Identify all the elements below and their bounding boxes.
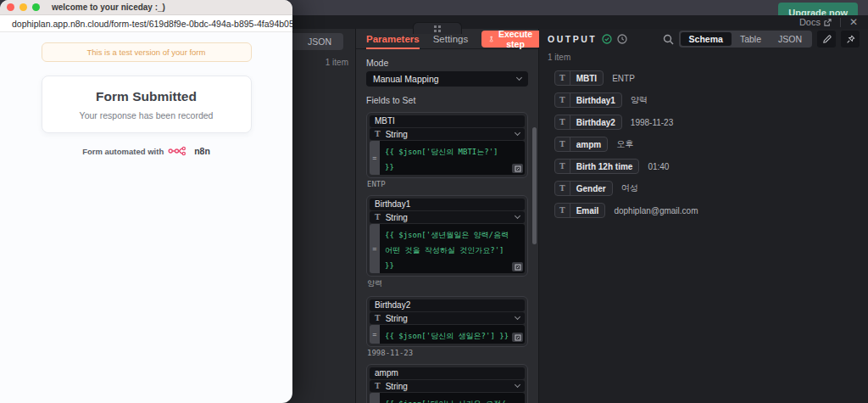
zoom-traffic-light[interactable] xyxy=(32,3,40,11)
field-type-select[interactable]: T String xyxy=(370,211,525,223)
field-group: Birthday1 T String = {{ $json['생년월일은 xyxy=(366,195,528,277)
fields-to-set-label: Fields to Set xyxy=(366,95,528,105)
expression-toggle[interactable]: = xyxy=(370,325,380,344)
schema-row[interactable]: T Birthday2 1998-11-23 xyxy=(554,111,868,133)
docs-label: Docs xyxy=(799,17,821,27)
node-drag-handle[interactable] xyxy=(413,22,462,34)
expression-input[interactable]: {{ $json['태어난 시간은 오전/오후 ?'] }} xyxy=(380,393,525,403)
field-name-input[interactable]: MBTI xyxy=(370,115,525,127)
field-type-label: String xyxy=(386,130,408,139)
expression-toggle[interactable]: = xyxy=(370,224,380,273)
field-name-input[interactable]: ampm xyxy=(370,367,525,379)
expression-input[interactable]: {{ $json['당신의 MBTI는?'] }} xyxy=(380,141,525,175)
expression-preview: 1998-11-23 xyxy=(367,349,528,357)
output-header: OUTPUT Schema Table JSON xyxy=(539,29,868,49)
form-submitted-card: Form Submitted Your response has been re… xyxy=(42,76,252,133)
browser-urlbar[interactable]: dophiplan.app.n8n.cloud/form-test/619d8f… xyxy=(0,15,292,32)
external-link-icon xyxy=(824,19,832,26)
schema-key: Gender xyxy=(570,184,612,193)
chevron-down-icon xyxy=(515,382,520,388)
mode-select[interactable]: Manual Mapping xyxy=(366,71,528,87)
expand-expression-icon[interactable] xyxy=(512,164,523,173)
window-title: welcome to your niceday :_) xyxy=(52,3,165,12)
output-tab-schema[interactable]: Schema xyxy=(681,32,732,46)
output-title: OUTPUT xyxy=(548,34,597,44)
tab-parameters[interactable]: Parameters xyxy=(366,29,420,49)
chevron-down-icon xyxy=(515,213,520,219)
docs-link[interactable]: Docs xyxy=(799,17,832,27)
output-tab-json[interactable]: JSON xyxy=(770,32,810,46)
field-group: Birthday2 T String = {{ $json['당신의 생일 xyxy=(366,296,528,347)
execute-step-button[interactable]: Execute step xyxy=(481,31,541,48)
expression-input[interactable]: {{ $json['생년월일은 양력/음력 어떤 것을 작성하실 것인가요?']… xyxy=(380,224,525,273)
schema-key: Email xyxy=(570,206,605,215)
field-type-label: String xyxy=(386,213,408,222)
string-type-icon: T xyxy=(555,160,570,173)
field-type-select[interactable]: T String xyxy=(370,128,525,140)
schema-row[interactable]: T Email dophiplan@gmail.com xyxy=(554,199,868,221)
schema-row[interactable]: T Gender 여성 xyxy=(554,177,868,199)
schema-key-pill: T Gender xyxy=(554,181,613,196)
flask-icon xyxy=(489,35,493,43)
field-name-input[interactable]: Birthday2 xyxy=(370,299,525,311)
field-type-label: String xyxy=(386,382,408,391)
minimize-traffic-light[interactable] xyxy=(19,3,27,11)
string-type-icon: T xyxy=(375,382,381,390)
schema-row[interactable]: T Birthday1 양력 xyxy=(554,89,868,111)
expression-toggle[interactable]: = xyxy=(370,141,380,175)
output-view-tabs: Schema Table JSON xyxy=(679,31,812,48)
form-footer-text: Form automated with xyxy=(82,147,164,156)
grip-icon xyxy=(434,25,441,32)
run-time-clock-icon xyxy=(617,34,627,44)
output-tab-table[interactable]: Table xyxy=(732,32,770,46)
scrollbar-thumb[interactable] xyxy=(532,127,537,244)
n8n-logo-icon[interactable] xyxy=(168,146,190,156)
input-items-count: 1 item xyxy=(326,58,348,67)
close-traffic-light[interactable] xyxy=(7,3,14,11)
string-type-icon: T xyxy=(555,71,570,85)
expression-toggle[interactable]: = xyxy=(370,393,380,403)
form-footer: Form automated with n8n xyxy=(0,146,292,156)
string-type-icon: T xyxy=(375,213,381,221)
string-type-icon: T xyxy=(375,314,381,322)
field-type-label: String xyxy=(386,314,408,323)
expression-text: {{ $json['당신의 MBTI는?'] }} xyxy=(385,148,498,171)
input-tab-json[interactable]: JSON xyxy=(298,35,342,48)
field-name-input[interactable]: Birthday1 xyxy=(370,199,525,210)
string-type-icon: T xyxy=(375,130,381,138)
field-group: MBTI T String = {{ $json['당신의 MBTI는?' xyxy=(366,112,528,178)
output-items-count: 1 item xyxy=(548,53,868,62)
success-check-icon xyxy=(602,34,612,44)
field-type-select[interactable]: T String xyxy=(370,380,525,392)
test-version-banner: This is a test version of your form xyxy=(42,42,252,62)
search-icon[interactable] xyxy=(663,34,674,45)
expand-expression-icon[interactable] xyxy=(512,333,523,342)
schema-key-pill: T Email xyxy=(554,203,605,218)
schema-key: ampm xyxy=(570,140,607,149)
schema-row[interactable]: T ampm 오후 xyxy=(554,133,868,155)
schema-row[interactable]: T MBTI ENTP xyxy=(554,67,868,89)
pin-data-button[interactable] xyxy=(841,31,860,48)
expression-preview: ENTP xyxy=(367,180,528,188)
schema-row[interactable]: T Birth 12h time 01:40 xyxy=(554,155,868,177)
expand-expression-icon[interactable] xyxy=(512,262,523,271)
expression-text: {{ $json['생년월일은 양력/음력 어떤 것을 작성하실 것인가요?']… xyxy=(385,231,509,270)
schema-value: dophiplan@gmail.com xyxy=(614,206,698,215)
schema-value: ENTP xyxy=(612,74,635,83)
string-type-icon: T xyxy=(555,115,570,129)
url-text[interactable]: dophiplan.app.n8n.cloud/form-test/619d8f… xyxy=(12,19,292,29)
schema-value: 양력 xyxy=(631,94,648,106)
n8n-brand-label[interactable]: n8n xyxy=(194,146,210,156)
expression-row: = {{ $json['당신의 생일은?'] }} xyxy=(370,325,525,344)
edit-output-button[interactable] xyxy=(817,31,836,48)
parameters-panel: Parameters Settings Execute step Mode Ma… xyxy=(356,29,539,403)
expression-input[interactable]: {{ $json['당신의 생일은?'] }} xyxy=(380,325,525,344)
schema-key-pill: T MBTI xyxy=(554,70,604,86)
schema-key: Birthday1 xyxy=(570,96,621,105)
close-icon[interactable]: ✕ xyxy=(849,17,858,27)
expression-preview: 양력 xyxy=(367,278,528,289)
field-type-select[interactable]: T String xyxy=(370,312,525,324)
expression-row: = {{ $json['생년월일은 양력/음력 어떤 것을 작성하실 것인가요?… xyxy=(370,224,525,273)
browser-titlebar[interactable]: welcome to your niceday :_) xyxy=(0,0,292,15)
schema-value: 1998-11-23 xyxy=(631,118,673,127)
